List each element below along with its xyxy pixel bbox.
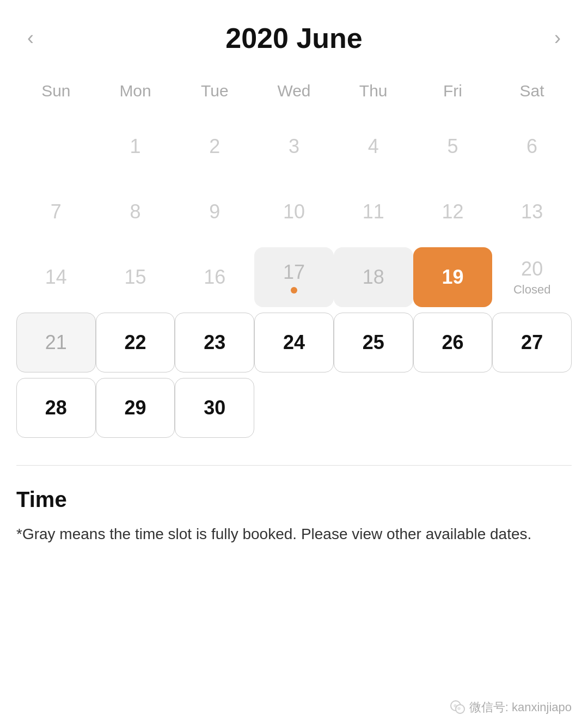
- day-number: 29: [125, 396, 146, 419]
- day-cell: [254, 378, 334, 438]
- day-number: 30: [204, 396, 225, 419]
- dot-indicator: [291, 287, 297, 294]
- day-number: 26: [442, 331, 463, 354]
- day-number: 20: [521, 258, 543, 280]
- days-grid: 1234567891011121314151617181920Closed212…: [16, 117, 572, 438]
- day-cell[interactable]: 3: [254, 117, 334, 176]
- day-cell[interactable]: 6: [492, 117, 572, 176]
- day-number: 21: [45, 331, 67, 354]
- day-number: 3: [289, 135, 299, 158]
- day-cell[interactable]: 16: [175, 247, 254, 307]
- day-cell[interactable]: 22: [96, 313, 175, 372]
- day-cell[interactable]: 9: [175, 182, 254, 242]
- day-number: 5: [447, 135, 458, 158]
- weekday-label: Sun: [16, 76, 96, 111]
- day-cell[interactable]: 27: [492, 313, 572, 372]
- day-cell[interactable]: 12: [413, 182, 493, 242]
- weekday-label: Tue: [175, 76, 254, 111]
- day-number: 8: [130, 200, 141, 223]
- day-cell[interactable]: 21: [16, 313, 96, 372]
- day-number: 9: [209, 200, 220, 223]
- day-cell[interactable]: 2: [175, 117, 254, 176]
- day-number: 12: [442, 200, 463, 223]
- day-cell[interactable]: 19: [413, 247, 493, 307]
- day-number: 13: [521, 200, 543, 223]
- weekday-row: SunMonTueWedThuFriSat: [16, 76, 572, 111]
- day-number: 27: [521, 331, 543, 354]
- calendar-title: 2020 June: [225, 22, 363, 54]
- calendar-header: ‹ 2020 June ›: [16, 22, 572, 54]
- calendar-container: ‹ 2020 June › SunMonTueWedThuFriSat 1234…: [0, 0, 588, 438]
- day-cell[interactable]: 10: [254, 182, 334, 242]
- day-cell: [16, 117, 96, 176]
- day-number: 22: [125, 331, 146, 354]
- time-title: Time: [16, 487, 572, 512]
- day-number: 2: [209, 135, 220, 158]
- day-cell[interactable]: 28: [16, 378, 96, 438]
- day-number: 6: [526, 135, 537, 158]
- prev-month-button[interactable]: ‹: [22, 28, 39, 48]
- day-cell: [492, 378, 572, 438]
- day-cell[interactable]: 8: [96, 182, 175, 242]
- day-number: 14: [45, 266, 67, 289]
- day-cell[interactable]: 30: [175, 378, 254, 438]
- day-number: 19: [442, 266, 463, 289]
- day-cell[interactable]: 14: [16, 247, 96, 307]
- weekday-label: Thu: [334, 76, 413, 111]
- day-cell[interactable]: 4: [334, 117, 413, 176]
- day-cell[interactable]: 29: [96, 378, 175, 438]
- day-number: 18: [363, 266, 384, 289]
- day-cell: [413, 378, 493, 438]
- day-number: 24: [283, 331, 305, 354]
- day-number: 10: [283, 200, 305, 223]
- day-cell[interactable]: 24: [254, 313, 334, 372]
- day-number: 4: [368, 135, 379, 158]
- day-cell[interactable]: 25: [334, 313, 413, 372]
- day-number: 28: [45, 396, 67, 419]
- day-cell: [334, 378, 413, 438]
- day-number: 15: [125, 266, 146, 289]
- watermark: 微信号: kanxinjiapo: [449, 699, 572, 716]
- day-number: 23: [204, 331, 225, 354]
- watermark-icon: [449, 699, 466, 716]
- day-cell[interactable]: 15: [96, 247, 175, 307]
- watermark-text: 微信号: kanxinjiapo: [469, 699, 572, 716]
- weekday-label: Sat: [492, 76, 572, 111]
- weekday-label: Mon: [96, 76, 175, 111]
- time-section: Time *Gray means the time slot is fully …: [0, 466, 588, 562]
- day-cell[interactable]: 17: [254, 247, 334, 307]
- day-cell[interactable]: 13: [492, 182, 572, 242]
- day-number: 16: [204, 266, 225, 289]
- day-number: 17: [283, 261, 305, 284]
- day-number: 7: [51, 200, 62, 223]
- next-month-button[interactable]: ›: [549, 28, 566, 48]
- time-note: *Gray means the time slot is fully booke…: [16, 523, 572, 546]
- weekday-label: Fri: [413, 76, 493, 111]
- day-cell[interactable]: 5: [413, 117, 493, 176]
- day-number: 1: [130, 135, 141, 158]
- closed-label: Closed: [513, 283, 550, 297]
- day-cell[interactable]: 23: [175, 313, 254, 372]
- day-cell[interactable]: 7: [16, 182, 96, 242]
- day-cell[interactable]: 26: [413, 313, 493, 372]
- day-cell[interactable]: 1: [96, 117, 175, 176]
- day-number: 25: [363, 331, 384, 354]
- day-cell[interactable]: 20Closed: [492, 247, 572, 307]
- day-number: 11: [363, 200, 384, 223]
- day-cell[interactable]: 18: [334, 247, 413, 307]
- weekday-label: Wed: [254, 76, 334, 111]
- day-cell[interactable]: 11: [334, 182, 413, 242]
